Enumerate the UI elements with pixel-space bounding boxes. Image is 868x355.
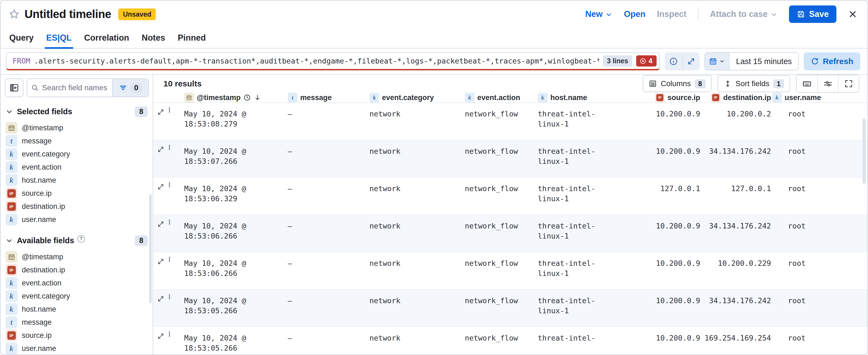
- field-list-item[interactable]: IP destination.ip: [1, 263, 153, 276]
- column-header-hostname[interactable]: khost.name: [538, 93, 652, 102]
- cell-message[interactable]: –: [288, 290, 369, 327]
- time-range-value[interactable]: Last 15 minutes: [729, 53, 799, 70]
- cell-timestamp[interactable]: May 10, 2024 @18:53:07.266: [184, 140, 288, 177]
- expand-event-button[interactable]: [157, 215, 169, 252]
- cell-destination-ip[interactable]: 10.200.0.2: [701, 103, 772, 140]
- row-checkbox[interactable]: [169, 331, 170, 337]
- display-options-button[interactable]: [817, 75, 838, 92]
- cell-event-category[interactable]: network: [369, 290, 465, 327]
- cell-event-category[interactable]: network: [369, 215, 465, 252]
- field-list-item[interactable]: k event.category: [1, 148, 153, 160]
- cell-timestamp[interactable]: May 10, 2024 @18:53:05.266: [184, 327, 288, 355]
- cell-source-ip[interactable]: 10.200.0.9: [652, 215, 701, 252]
- field-list-item[interactable]: k user.name: [1, 342, 153, 354]
- expand-event-button[interactable]: [157, 177, 169, 214]
- cell-host-name[interactable]: threat-intel-linux-1: [538, 140, 652, 177]
- close-icon[interactable]: [848, 9, 858, 19]
- cell-message[interactable]: –: [288, 103, 369, 140]
- column-header-sourceip[interactable]: IPsource.ip: [652, 93, 701, 102]
- field-list-item[interactable]: t message: [1, 135, 153, 148]
- tab-pinned[interactable]: Pinned: [178, 28, 206, 48]
- help-icon[interactable]: ?: [78, 235, 85, 243]
- keyboard-shortcuts-button[interactable]: [797, 75, 817, 92]
- expand-event-button[interactable]: [157, 252, 169, 289]
- cell-user-name[interactable]: root: [772, 327, 846, 355]
- cell-source-ip[interactable]: 10.200.0.9: [652, 103, 701, 140]
- expand-event-button[interactable]: [157, 140, 169, 177]
- tab-notes[interactable]: Notes: [142, 28, 165, 48]
- column-header-eventaction[interactable]: kevent.action: [465, 93, 538, 102]
- cell-timestamp[interactable]: May 10, 2024 @18:53:06.266: [184, 252, 288, 289]
- cell-message[interactable]: –: [288, 140, 369, 177]
- row-checkbox[interactable]: [169, 257, 170, 262]
- cell-destination-ip[interactable]: 169.254.169.254: [701, 327, 772, 355]
- attach-to-case-button[interactable]: Attach to case: [710, 9, 778, 19]
- column-header-eventcategory[interactable]: kevent.category: [369, 93, 465, 102]
- cell-destination-ip[interactable]: 34.134.176.242: [701, 215, 772, 252]
- editor-info-button[interactable]: [665, 52, 682, 70]
- cell-host-name[interactable]: threat-intel-linux-1: [538, 215, 652, 252]
- cell-event-action[interactable]: network_flow: [465, 327, 538, 355]
- cell-event-action[interactable]: network_flow: [465, 252, 538, 289]
- cell-host-name[interactable]: threat-intel-linux-1: [538, 177, 652, 214]
- field-list-item[interactable]: k event.action: [1, 160, 153, 174]
- cell-timestamp[interactable]: May 10, 2024 @18:53:06.266: [184, 215, 288, 252]
- cell-user-name[interactable]: root: [772, 290, 846, 327]
- cell-source-ip[interactable]: 10.200.0.9: [652, 252, 701, 289]
- cell-user-name[interactable]: root: [772, 140, 846, 177]
- cell-user-name[interactable]: root: [772, 177, 846, 214]
- column-header-destinationip[interactable]: IPdestination.ip: [701, 93, 772, 102]
- fullscreen-button[interactable]: [838, 75, 859, 92]
- cell-destination-ip[interactable]: 127.0.0.1: [701, 177, 772, 214]
- row-checkbox[interactable]: [169, 294, 170, 300]
- column-header-message[interactable]: tmessage: [288, 93, 369, 102]
- cell-event-action[interactable]: network_flow: [465, 215, 538, 252]
- cell-host-name[interactable]: threat-intel-linux-1: [538, 290, 652, 327]
- cell-message[interactable]: –: [288, 327, 369, 355]
- tab-esql[interactable]: ES|QL: [46, 28, 72, 48]
- new-button[interactable]: New: [585, 9, 613, 19]
- open-button[interactable]: Open: [624, 9, 645, 19]
- field-list-item[interactable]: k host.name: [1, 303, 153, 316]
- cell-source-ip[interactable]: 10.200.0.9: [652, 327, 701, 355]
- date-picker-calendar-button[interactable]: [705, 53, 729, 70]
- field-search[interactable]: [27, 79, 112, 96]
- field-list-item[interactable]: @timestamp: [1, 121, 153, 135]
- cell-host-name[interactable]: threat-intel-linux-1: [538, 252, 652, 289]
- tab-query[interactable]: Query: [9, 28, 34, 48]
- cell-source-ip[interactable]: 127.0.0.1: [652, 177, 701, 214]
- row-checkbox[interactable]: [169, 182, 170, 187]
- cell-message[interactable]: –: [288, 252, 369, 289]
- field-filter-button[interactable]: 0: [112, 79, 148, 96]
- row-checkbox[interactable]: [169, 145, 170, 150]
- inspect-button[interactable]: Inspect: [657, 9, 687, 19]
- cell-event-action[interactable]: network_flow: [465, 140, 538, 177]
- cell-message[interactable]: –: [288, 215, 369, 252]
- field-list-item[interactable]: k host.name: [1, 174, 153, 187]
- available-fields-header[interactable]: Available fields ? 8: [1, 235, 153, 246]
- cell-host-name[interactable]: threat-intel-: [538, 327, 652, 355]
- cell-source-ip[interactable]: 10.200.0.9: [652, 140, 701, 177]
- field-list-item[interactable]: IP source.ip: [1, 329, 153, 342]
- row-checkbox[interactable]: [169, 219, 170, 225]
- cell-event-category[interactable]: network: [369, 140, 465, 177]
- cell-user-name[interactable]: root: [772, 252, 846, 289]
- cell-event-category[interactable]: network: [369, 177, 465, 214]
- tab-correlation[interactable]: Correlation: [84, 28, 129, 48]
- cell-destination-ip[interactable]: 34.134.176.242: [701, 290, 772, 327]
- sidebar-scrollbar[interactable]: [149, 194, 152, 303]
- cell-user-name[interactable]: root: [772, 215, 846, 252]
- refresh-button[interactable]: Refresh: [804, 52, 860, 70]
- cell-event-category[interactable]: network: [369, 252, 465, 289]
- selected-fields-header[interactable]: Selected fields 8: [1, 106, 153, 117]
- collapse-fields-panel-button[interactable]: [5, 79, 24, 97]
- cell-source-ip[interactable]: 10.200.0.9: [652, 290, 701, 327]
- field-list-item[interactable]: t message: [1, 316, 153, 329]
- favorite-star-icon[interactable]: [9, 9, 20, 20]
- column-header-timestamp[interactable]: @timestamp: [184, 93, 288, 102]
- editor-expand-button[interactable]: [682, 52, 700, 70]
- table-scrollbar[interactable]: [863, 118, 866, 184]
- cell-event-action[interactable]: network_flow: [465, 177, 538, 214]
- field-list-item[interactable]: IP source.ip: [1, 187, 153, 200]
- field-list-item[interactable]: k event.category: [1, 290, 153, 303]
